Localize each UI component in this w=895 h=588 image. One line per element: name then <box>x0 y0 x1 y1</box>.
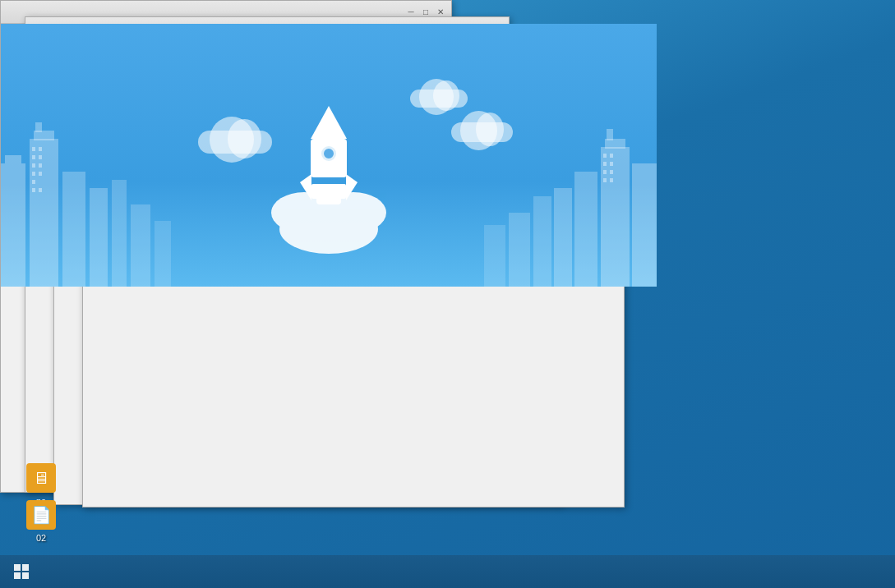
svg-rect-32 <box>603 162 607 166</box>
svg-rect-40 <box>14 572 21 579</box>
rocket-body <box>311 139 347 177</box>
desktop-icon-2[interactable]: 📄 02 <box>16 500 66 543</box>
cloud-right-lower <box>451 122 513 142</box>
svg-rect-6 <box>90 188 108 287</box>
cloud-right-top <box>410 90 468 108</box>
svg-rect-1 <box>5 155 21 163</box>
svg-rect-24 <box>607 129 613 140</box>
svg-rect-5 <box>62 172 85 287</box>
svg-rect-11 <box>39 147 42 151</box>
rocket-tip <box>311 106 347 139</box>
svg-rect-29 <box>484 225 505 287</box>
svg-rect-8 <box>131 204 150 287</box>
exhaust-cloud <box>279 204 378 254</box>
svg-rect-22 <box>601 147 630 287</box>
cloud-left <box>198 131 272 154</box>
svg-rect-21 <box>632 163 657 287</box>
svg-rect-20 <box>39 188 42 192</box>
svg-rect-26 <box>554 188 572 287</box>
svg-rect-37 <box>610 178 613 182</box>
svg-rect-27 <box>533 196 551 287</box>
svg-rect-28 <box>509 213 530 287</box>
app-header <box>1 24 657 287</box>
rocket-exhaust <box>279 204 378 254</box>
desktop-icon-2-image: 📄 <box>26 500 56 530</box>
svg-rect-31 <box>610 154 613 158</box>
svg-rect-19 <box>32 188 35 192</box>
rocket-container <box>279 106 378 254</box>
svg-rect-41 <box>22 572 29 579</box>
svg-rect-2 <box>30 139 58 287</box>
svg-rect-15 <box>39 163 42 168</box>
svg-rect-30 <box>603 154 607 158</box>
svg-rect-25 <box>574 172 597 287</box>
svg-rect-35 <box>610 170 613 174</box>
rocket-window <box>321 146 336 161</box>
taskbar-start-icon[interactable] <box>7 557 36 586</box>
svg-rect-4 <box>35 122 42 132</box>
city-left-svg <box>1 98 198 287</box>
rocket <box>304 106 353 204</box>
svg-rect-39 <box>22 564 29 571</box>
taskbar <box>0 555 895 588</box>
svg-rect-36 <box>603 178 607 182</box>
svg-rect-33 <box>610 162 613 166</box>
svg-rect-16 <box>32 172 35 176</box>
svg-rect-0 <box>1 163 25 287</box>
svg-rect-17 <box>39 172 42 176</box>
desktop-icon-2-label: 02 <box>36 533 46 543</box>
desktop-icon-1-image: 🖥 <box>26 463 56 493</box>
svg-rect-38 <box>14 564 21 571</box>
svg-rect-14 <box>32 163 35 168</box>
svg-rect-18 <box>32 180 35 184</box>
svg-rect-12 <box>32 155 35 159</box>
svg-rect-13 <box>39 155 42 159</box>
svg-rect-34 <box>603 170 607 174</box>
svg-rect-9 <box>155 221 171 287</box>
svg-rect-7 <box>112 180 127 287</box>
svg-rect-10 <box>32 147 35 151</box>
